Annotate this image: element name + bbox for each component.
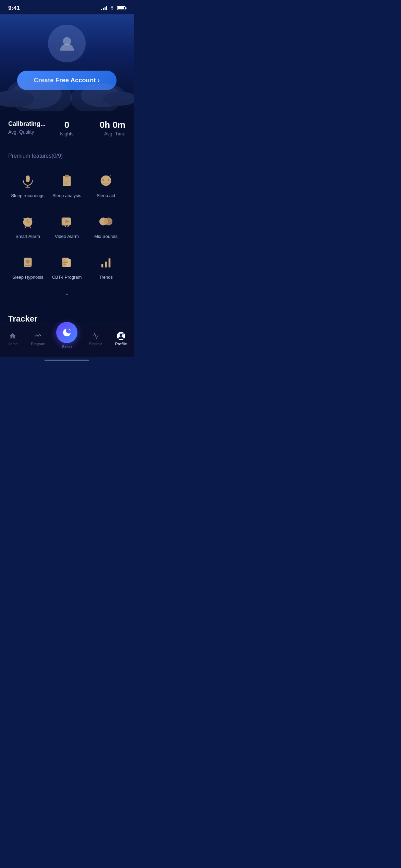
svg-point-10 xyxy=(102,179,105,181)
home-indicator xyxy=(45,360,89,361)
microphone-icon xyxy=(19,172,37,190)
svg-point-43 xyxy=(70,330,71,331)
statistic-icon xyxy=(91,331,100,340)
sleep-recordings-label: Sleep recordings xyxy=(11,193,45,198)
battery-icon xyxy=(117,6,125,10)
status-time: 9:41 xyxy=(8,5,20,12)
cbti-program-label: CBT-I Program xyxy=(52,275,82,280)
stats-section: Calibrating... Avg. Quality 0 Nights 0h … xyxy=(0,111,134,145)
svg-line-25 xyxy=(65,225,66,227)
nav-sleep[interactable]: Sleep xyxy=(51,327,83,350)
nights-value: 0 xyxy=(47,120,86,129)
profile-icon: ••• xyxy=(117,331,125,340)
svg-rect-1 xyxy=(26,176,29,182)
avg-quality-stat: Calibrating... Avg. Quality xyxy=(8,120,47,135)
svg-point-40 xyxy=(35,336,36,337)
feature-sleep-analysis[interactable]: Sleep analysis xyxy=(47,166,86,204)
feature-sleep-aid[interactable]: z z Sleep aid xyxy=(86,166,125,204)
sleep-hypnosis-icon: ♪ xyxy=(19,253,37,271)
nav-program[interactable]: Program xyxy=(25,330,51,347)
svg-rect-4 xyxy=(63,176,71,186)
signal-icon xyxy=(101,6,107,10)
avatar-container xyxy=(0,14,134,71)
sleep-aid-label: Sleep aid xyxy=(97,193,115,198)
svg-text:z: z xyxy=(110,174,111,177)
trends-label: Trends xyxy=(99,275,113,280)
svg-text:•••: ••• xyxy=(122,333,124,335)
nav-statistic[interactable]: Statistic xyxy=(83,330,108,347)
sleep-center-button[interactable] xyxy=(56,322,77,343)
create-free-account-button[interactable]: Create Free Account › xyxy=(17,71,117,90)
feature-video-alarm[interactable]: Video Alarm xyxy=(47,207,86,244)
sleep-face-icon: z z xyxy=(97,172,115,190)
cbti-icon xyxy=(58,253,76,271)
avg-time-label: Avg. Time xyxy=(86,131,125,136)
svg-line-24 xyxy=(68,225,69,227)
svg-point-45 xyxy=(120,334,122,336)
feature-cbti-program[interactable]: CBT-I Program xyxy=(47,248,86,285)
nav-profile[interactable]: ••• Profile xyxy=(108,330,134,347)
home-icon xyxy=(8,331,17,340)
nights-label: Nights xyxy=(47,131,86,136)
avg-quality-value: Calibrating... xyxy=(8,120,47,128)
video-alarm-label: Video Alarm xyxy=(55,234,79,239)
nav-profile-label: Profile xyxy=(115,342,127,346)
avg-time-stat: 0h 0m Avg. Time xyxy=(86,120,125,136)
nav-program-label: Program xyxy=(31,342,45,346)
clipboard-icon xyxy=(58,172,76,190)
nights-stat: 0 Nights xyxy=(47,120,86,136)
feature-mix-sounds[interactable]: Mix Sounds xyxy=(86,207,125,244)
trends-icon xyxy=(97,253,115,271)
nav-home[interactable]: Home xyxy=(0,330,25,347)
svg-point-11 xyxy=(108,179,110,181)
status-bar: 9:41 xyxy=(0,0,134,14)
svg-line-20 xyxy=(30,227,31,228)
feature-smart-alarm[interactable]: Smart Alarm xyxy=(8,207,47,244)
svg-rect-37 xyxy=(101,264,104,268)
create-btn-container: Create Free Account › xyxy=(0,71,134,100)
nav-sleep-label: Sleep xyxy=(62,345,72,349)
smart-alarm-label: Smart Alarm xyxy=(15,234,40,239)
chevron-up-icon: ⌃ xyxy=(64,292,70,300)
svg-line-19 xyxy=(25,227,26,228)
alarm-clock-icon xyxy=(19,213,37,230)
svg-rect-39 xyxy=(109,258,111,268)
svg-text:♪: ♪ xyxy=(26,260,28,263)
bottom-nav: Home Program Sleep Statistic xyxy=(0,324,134,357)
features-grid: Sleep recordings Sleep analysis xyxy=(8,166,125,285)
status-icons xyxy=(101,5,125,11)
feature-trends[interactable]: Trends xyxy=(86,248,125,285)
nav-statistic-label: Statistic xyxy=(89,342,102,346)
svg-rect-38 xyxy=(105,262,107,267)
svg-point-28 xyxy=(104,218,108,225)
video-alarm-icon xyxy=(58,213,76,230)
svg-rect-5 xyxy=(65,175,69,178)
premium-section: Premium features(0/9) Sleep recordings xyxy=(0,145,134,311)
avatar xyxy=(48,25,86,62)
avg-quality-label: Avg. Quality xyxy=(8,129,47,135)
avg-time-value: 0h 0m xyxy=(86,120,125,129)
premium-title: Premium features(0/9) xyxy=(8,152,125,159)
sleep-analysis-label: Sleep analysis xyxy=(52,193,81,198)
feature-sleep-recordings[interactable]: Sleep recordings xyxy=(8,166,47,204)
feature-sleep-hypnosis[interactable]: ♪ Sleep Hypnosis xyxy=(8,248,47,285)
mix-sounds-label: Mix Sounds xyxy=(94,234,118,239)
hero-section: Create Free Account › xyxy=(0,14,134,111)
wifi-icon xyxy=(109,5,115,11)
svg-point-41 xyxy=(40,335,41,336)
nav-home-label: Home xyxy=(8,342,17,346)
program-icon xyxy=(34,331,42,340)
sleep-hypnosis-label: Sleep Hypnosis xyxy=(12,275,43,280)
svg-point-42 xyxy=(69,329,70,330)
mix-sounds-icon xyxy=(97,213,115,230)
collapse-chevron-container[interactable]: ⌃ xyxy=(8,289,125,307)
